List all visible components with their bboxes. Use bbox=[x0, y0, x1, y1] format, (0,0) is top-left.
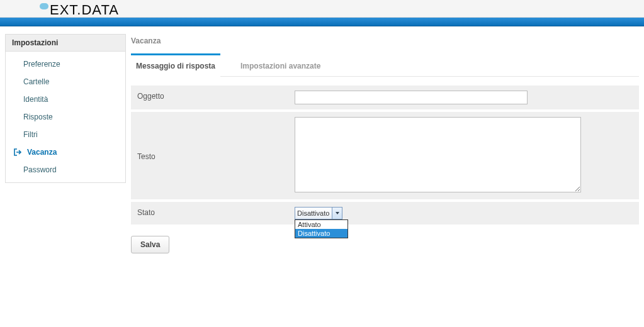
status-option-disabled[interactable]: Disattivato bbox=[295, 229, 347, 238]
sidebar-item-folders[interactable]: Cartelle bbox=[6, 73, 125, 91]
top-bar: EXT.DATA bbox=[0, 0, 644, 18]
tab-label: Impostazioni avanzate bbox=[240, 62, 320, 70]
sidebar-title: Impostazioni bbox=[5, 34, 126, 51]
form-row-status: Stato Disattivato Attivato Disattivato bbox=[131, 202, 639, 224]
sidebar-item-password[interactable]: Password bbox=[6, 161, 125, 179]
vacation-form: Oggetto Testo Stato Disattivato bbox=[131, 86, 639, 224]
sidebar-list: Preferenze Cartelle Identità Risposte Fi… bbox=[5, 51, 126, 183]
cloud-icon bbox=[40, 3, 48, 9]
option-label: Attivato bbox=[298, 221, 321, 228]
sidebar-item-label: Identità bbox=[23, 95, 48, 104]
chevron-down-icon bbox=[332, 208, 342, 219]
sidebar-item-label: Password bbox=[23, 165, 57, 174]
sidebar-item-label: Vacanza bbox=[27, 148, 57, 157]
brand-logo: EXT.DATA bbox=[40, 2, 119, 23]
sidebar-item-label: Risposte bbox=[23, 113, 53, 121]
sidebar-item-identities[interactable]: Identità bbox=[6, 91, 125, 108]
status-select[interactable]: Disattivato bbox=[295, 207, 342, 219]
main-area: Impostazioni Preferenze Cartelle Identit… bbox=[0, 26, 644, 327]
status-label: Stato bbox=[131, 202, 288, 224]
tab-label: Messaggio di risposta bbox=[136, 62, 215, 70]
content-area: Vacanza Messaggio di risposta Impostazio… bbox=[131, 34, 639, 322]
tab-advanced-settings[interactable]: Impostazioni avanzate bbox=[235, 53, 325, 77]
status-select-wrap: Disattivato Attivato Disattivato bbox=[295, 207, 342, 219]
sidebar-item-vacation[interactable]: Vacanza bbox=[6, 143, 125, 161]
sidebar-item-label: Cartelle bbox=[23, 77, 49, 86]
body-label: Testo bbox=[131, 112, 288, 199]
status-dropdown: Attivato Disattivato bbox=[295, 219, 348, 238]
sidebar-item-label: Filtri bbox=[23, 130, 38, 139]
save-button[interactable]: Salva bbox=[131, 236, 169, 253]
button-label: Salva bbox=[140, 240, 160, 249]
subject-input[interactable] bbox=[295, 91, 528, 104]
status-option-active[interactable]: Attivato bbox=[295, 220, 347, 229]
status-selected-value: Disattivato bbox=[295, 209, 332, 217]
sidebar-item-filters[interactable]: Filtri bbox=[6, 126, 125, 143]
tab-bar: Messaggio di risposta Impostazioni avanz… bbox=[131, 53, 639, 77]
tab-reply-message[interactable]: Messaggio di risposta bbox=[131, 53, 220, 77]
option-label: Disattivato bbox=[298, 230, 330, 237]
form-row-body: Testo bbox=[131, 112, 639, 199]
sidebar-item-responses[interactable]: Risposte bbox=[6, 108, 125, 126]
subject-label: Oggetto bbox=[131, 86, 288, 109]
content-title: Vacanza bbox=[131, 34, 639, 53]
settings-sidebar: Impostazioni Preferenze Cartelle Identit… bbox=[5, 34, 126, 322]
sidebar-item-preferences[interactable]: Preferenze bbox=[6, 55, 125, 73]
form-actions: Salva bbox=[131, 236, 639, 253]
body-textarea[interactable] bbox=[295, 117, 581, 192]
brand-name: EXT.DATA bbox=[50, 2, 119, 18]
arrow-out-icon bbox=[13, 147, 23, 157]
form-row-subject: Oggetto bbox=[131, 86, 639, 109]
sidebar-item-label: Preferenze bbox=[23, 60, 60, 69]
